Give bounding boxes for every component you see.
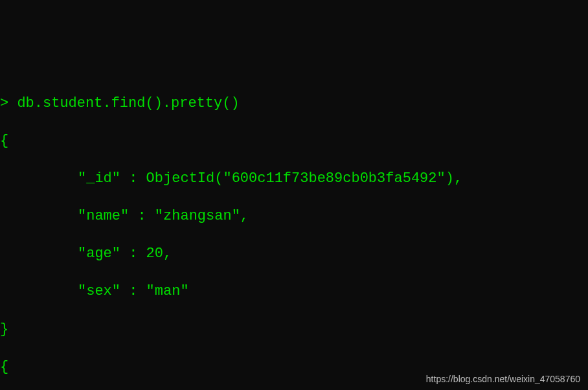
prompt: >	[0, 95, 17, 111]
record-age: "age" : 20,	[0, 244, 588, 263]
command-line[interactable]: > db.student.find().pretty()	[0, 94, 588, 113]
brace-open: {	[0, 132, 588, 150]
command-text: db.student.find().pretty()	[17, 95, 239, 111]
brace-close: }	[0, 320, 588, 339]
terminal-output: > db.student.find().pretty() { "_id" : O…	[0, 75, 588, 390]
record-id: "_id" : ObjectId("600c11f73be89cb0b3fa54…	[0, 169, 588, 188]
record-sex: "sex" : "man"	[0, 282, 588, 301]
watermark-text: https://blog.csdn.net/weixin_47058760	[426, 373, 580, 385]
record-name: "name" : "zhangsan",	[0, 207, 588, 225]
